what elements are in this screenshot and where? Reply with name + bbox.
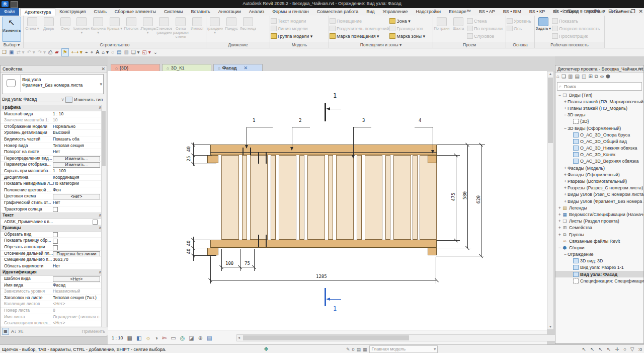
drawing-callout-1-arrow[interactable] xyxy=(245,145,248,149)
drawing-dim-ext[interactable] xyxy=(193,248,210,248)
panel-label-Рабочая плоскость[interactable]: Рабочая плоскость xyxy=(535,42,604,48)
drawing-dim-value-25[interactable]: 25 xyxy=(186,153,191,165)
property-row-Параметры отображе...[interactable]: Параметры отображе...Изменить... xyxy=(1,162,104,168)
tab-BS • КР[interactable]: BS • КР xyxy=(525,8,549,16)
ribbon-button-Слуховое[interactable]: Слуховое xyxy=(467,32,503,40)
panel-label-Движение[interactable]: Движение xyxy=(206,42,270,48)
tab-Управление[interactable]: Управление xyxy=(379,8,412,16)
tree-item-О_АС_3D_Общий вид[interactable]: О_АС_3D_Общий вид xyxy=(555,138,643,145)
reveal-hidden-icon[interactable]: ◎ xyxy=(180,334,185,341)
drawing-callout-2-leader[interactable] xyxy=(292,127,310,127)
drawing-dim-100-75-line[interactable] xyxy=(221,267,254,267)
drawing-top-rail-groove[interactable] xyxy=(210,152,437,153)
tree-item-3D виды (Оформленный)[interactable]: −3D виды (Оформленный) xyxy=(555,125,643,131)
ribbon-button-Ось[interactable]: Ось xyxy=(507,25,531,32)
search-icon[interactable]: ◎ xyxy=(554,9,558,14)
property-row-Шаблон вида[interactable]: Шаблон вида<Нет> xyxy=(1,276,104,283)
drawing-top-rail[interactable] xyxy=(210,145,437,155)
drawing-dim-value-580[interactable]: 580 xyxy=(462,189,467,201)
worksets-icon[interactable]: ▤ xyxy=(357,347,361,352)
expand-icon[interactable]: + xyxy=(563,192,568,197)
drawing-baluster[interactable] xyxy=(279,155,296,240)
browser-assemblies-icon[interactable]: ⬢ xyxy=(606,74,610,81)
tree-item-Разрезы (Разрез_С номером листа)[interactable]: +Разрезы (Разрез_С номером листа) xyxy=(555,185,643,191)
tab-Enscape™[interactable]: Enscape™ xyxy=(445,8,475,16)
drawing-callout-2-label[interactable]: 2 xyxy=(299,118,301,123)
drawing-baluster[interactable] xyxy=(221,155,239,240)
tree-item-Разрезы (Вспомогательный)[interactable]: +Разрезы (Вспомогательный) xyxy=(555,178,643,184)
tree-item-О_АС_3D_Верхняя обвязка[interactable]: О_АС_3D_Верхняя обвязка xyxy=(555,158,643,165)
drawing-dim-ext[interactable] xyxy=(193,145,210,145)
drawing-baluster[interactable] xyxy=(242,155,247,240)
view-tab-Фасад[interactable]: ⌂Фасад✕ xyxy=(213,64,263,72)
expand-icon[interactable]: + xyxy=(563,106,568,111)
drawing-callout-4-leader[interactable] xyxy=(415,127,433,127)
schedule-icon[interactable]: ▤ xyxy=(117,49,121,56)
property-row-Ссылающаяся коллек...[interactable]: Ссылающаяся коллек...<Нет> xyxy=(1,320,104,327)
drawing-dowel[interactable] xyxy=(266,153,267,164)
browser-views-icon[interactable]: ❏ xyxy=(561,74,566,81)
property-row-Положение цветовой ...[interactable]: Положение цветовой ...Фон xyxy=(1,187,104,194)
maximize-button[interactable]: ❐ xyxy=(631,9,635,14)
tree-item-Связанные файлы Revit[interactable]: ∞Связанные файлы Revit xyxy=(555,238,643,244)
drawing-dowel[interactable] xyxy=(250,148,251,155)
scrollbar-thumb[interactable] xyxy=(548,78,553,143)
tab-Формы и генплан[interactable]: Формы и генплан xyxy=(268,8,313,16)
drawing-bottom-rail-left-block[interactable] xyxy=(207,248,218,255)
tree-item-Виды узлов (Фрагмент_Без номера листа)[interactable]: +Виды узлов (Фрагмент_Без номера листа) xyxy=(555,198,643,204)
drawing-baluster[interactable] xyxy=(365,155,382,240)
drawing-dowel[interactable] xyxy=(258,235,259,247)
tree-item-О_АС_3D_Нижняя обвязка[interactable]: О_АС_3D_Нижняя обвязка xyxy=(555,145,643,152)
ribbon-button-Помещение[interactable]: Помещение xyxy=(330,17,389,25)
expand-icon[interactable]: + xyxy=(563,199,568,204)
property-row-Видимость частей[interactable]: Видимость частейПоказать оба xyxy=(1,136,104,143)
tree-item-Вид узла: Разрез 1-1[interactable]: Вид узла: Разрез 1-1 xyxy=(555,264,643,271)
tab-Надстройки[interactable]: Надстройки xyxy=(412,8,445,16)
help-icon[interactable]: ? xyxy=(615,9,617,14)
reveal-constraints-icon[interactable]: ⊕ xyxy=(198,334,203,341)
ribbon-button-Сетка разрезки стены[interactable]: Сетка разрезки стены xyxy=(173,16,189,41)
panel-label-Модель[interactable]: Модель xyxy=(270,42,329,48)
ribbon-button-Опорная плоскость[interactable]: Опорная плоскость xyxy=(552,25,600,32)
drawing-baluster[interactable] xyxy=(271,155,276,240)
ribbon-button-Импост[interactable]: Импост xyxy=(189,16,205,41)
view-tab-3D_К1[interactable]: ⌂3D_К1 xyxy=(162,64,211,72)
drawing-dim-ext[interactable] xyxy=(437,145,485,145)
tree-item-Легенды[interactable]: +▤Легенды xyxy=(555,204,643,211)
signin-dropdown-icon[interactable]: ▾ xyxy=(603,9,605,14)
drawing-baluster[interactable] xyxy=(393,155,411,240)
tree-item-Группы[interactable]: +⧉Группы xyxy=(555,231,643,238)
drawing-dim-ext[interactable] xyxy=(210,256,211,284)
property-row-Зависимость уровня[interactable]: Зависимость уровняНезависимый xyxy=(1,289,104,295)
ribbon-button-Показать[interactable]: Показать xyxy=(552,17,600,25)
user-icon[interactable]: ☺ xyxy=(561,9,566,14)
close-inactive-views-icon[interactable]: ▰ xyxy=(55,49,59,56)
ribbon-button-Линия модели[interactable]: Линия модели xyxy=(271,25,312,32)
ribbon-button-Крыша[interactable]: Крыша ▾ xyxy=(107,16,123,41)
drawing-dim-1285-line[interactable] xyxy=(210,280,437,280)
view-tab-{3D}[interactable]: ⌂{3D} xyxy=(111,64,160,72)
drawing-callout-4-label[interactable]: 4 xyxy=(419,118,421,123)
ribbon-button-Лестница[interactable]: Лестница xyxy=(240,16,256,41)
drawing-dim-value-100[interactable]: 100 xyxy=(225,261,233,266)
expand-icon[interactable]: + xyxy=(557,225,562,230)
property-row-Номер листа[interactable]: Номер листа8 xyxy=(1,308,104,314)
scroll-left-icon[interactable]: ◂ xyxy=(238,335,240,340)
tab-Аннотации[interactable]: Аннотации xyxy=(214,8,245,16)
expand-icon[interactable]: + xyxy=(557,212,562,217)
tab-Вставить[interactable]: Вставить xyxy=(187,8,214,16)
value-button[interactable]: <нет> xyxy=(53,194,100,199)
checkbox[interactable] xyxy=(93,220,98,225)
chevron-down-icon[interactable]: ˅ xyxy=(61,97,64,102)
tree-item-О_АС_3D_Конек[interactable]: О_АС_3D_Конек xyxy=(555,152,643,158)
properties-scrollbar[interactable] xyxy=(101,105,106,328)
close-icon[interactable]: ✕ xyxy=(638,65,642,73)
checkbox[interactable] xyxy=(53,232,58,237)
ribbon-button-Пандус[interactable]: Пандус xyxy=(223,16,239,41)
tab-Сталь[interactable]: Сталь xyxy=(90,8,110,16)
communication-center-icon[interactable]: ❖ xyxy=(264,346,269,352)
drawing-callout-3-label[interactable]: 3 xyxy=(362,118,365,123)
drawing-top-rail-left-block[interactable] xyxy=(207,155,218,163)
tree-item-Виды (Тип)[interactable]: −❏Виды (Тип) xyxy=(555,92,643,98)
drawing-section-mark-top[interactable] xyxy=(325,103,326,121)
